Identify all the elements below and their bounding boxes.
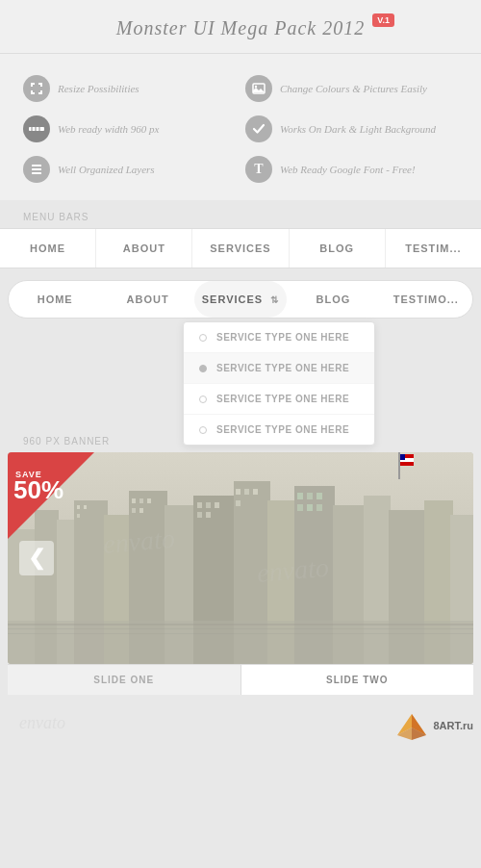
svg-rect-2: [29, 127, 44, 131]
svg-point-1: [255, 86, 257, 88]
dropdown-item[interactable]: SERVICE TYPE ONE HERE: [184, 322, 374, 353]
menu-item-2-services[interactable]: SERVICES ⇅ SERVICE TYPE ONE HERE SERVICE…: [194, 281, 287, 318]
flag-pole: [398, 452, 400, 479]
menu-bars-label: MENU BARS: [0, 200, 481, 228]
resize-icon: [23, 75, 50, 102]
menu-item-about[interactable]: ABOUT: [96, 229, 192, 268]
menu-bar-2-wrapper: HOME ABOUT SERVICES ⇅ SERVICE TYPE ONE H…: [0, 280, 481, 415]
dropdown-item[interactable]: SERVICE TYPE ONE HERE: [184, 353, 374, 384]
slide-thumb-1[interactable]: SLIDE ONE: [8, 665, 241, 695]
ruler-icon: [23, 115, 50, 142]
svg-rect-59: [398, 462, 414, 466]
check-icon: [245, 115, 272, 142]
svg-rect-52: [8, 628, 473, 629]
menu-item-2-testimonials[interactable]: TESTIMO...: [380, 281, 472, 318]
svg-rect-41: [244, 489, 249, 495]
menu-item-2-blog[interactable]: BLOG: [287, 281, 379, 318]
bottom-area: envato 8ART.ru: [0, 695, 481, 753]
svg-rect-45: [307, 493, 313, 499]
menu-item-2-about[interactable]: ABOUT: [101, 281, 193, 318]
svg-rect-44: [297, 493, 303, 499]
menu-bar-2: HOME ABOUT SERVICES ⇅ SERVICE TYPE ONE H…: [8, 280, 473, 319]
svg-rect-48: [307, 504, 313, 511]
svg-rect-47: [297, 504, 303, 511]
svg-text:envato: envato: [256, 552, 330, 588]
prev-arrow-button[interactable]: ❮: [19, 541, 54, 575]
slide-thumb-2[interactable]: SLIDE TWO: [241, 665, 474, 695]
menu-bar-1: HOME ABOUT SERVICES BLOG TESTIM...: [0, 228, 481, 268]
feature-item: Well Organized Layers: [23, 152, 236, 187]
dropdown-item[interactable]: SERVICE TYPE ONE HERE: [184, 415, 374, 445]
dropdown-dot-filled-icon: [199, 365, 207, 372]
layers-icon: [23, 156, 50, 183]
feature-item: Web ready width 960 px: [23, 112, 236, 146]
dropdown-dot-icon: [199, 334, 207, 342]
svg-rect-8: [32, 172, 41, 174]
svg-rect-43: [236, 500, 240, 506]
save-badge: SAVE 50%: [8, 452, 94, 539]
svg-rect-51: [8, 624, 473, 625]
svg-rect-30: [132, 498, 136, 503]
dropdown-menu: SERVICE TYPE ONE HERE SERVICE TYPE ONE H…: [183, 321, 375, 446]
menu-item-services[interactable]: SERVICES: [192, 229, 289, 268]
svg-rect-49: [316, 504, 322, 511]
menu-item-home[interactable]: HOME: [0, 229, 96, 268]
feature-text: Resize Possibilities: [58, 83, 139, 94]
feature-item: T Web Ready Google Font - Free!: [245, 152, 458, 187]
svg-rect-53: [8, 633, 473, 634]
menu-item-testimonials[interactable]: TESTIM...: [386, 229, 481, 268]
art-logo-bird-icon: [392, 706, 431, 745]
flag-icon: [398, 454, 414, 466]
feature-text: Well Organized Layers: [58, 164, 155, 175]
feature-text: Web Ready Google Font - Free!: [280, 164, 416, 175]
dropdown-item[interactable]: SERVICE TYPE ONE HERE: [184, 384, 374, 415]
feature-item: Resize Possibilities: [23, 71, 236, 106]
svg-rect-38: [197, 512, 202, 518]
feature-text: Change Colours & Pictures Easily: [280, 83, 427, 94]
dropdown-dot-icon: [199, 396, 207, 403]
dropdown-arrow-icon: ⇅: [270, 294, 279, 305]
menu-bars-section: HOME ABOUT SERVICES BLOG TESTIM... HOME …: [0, 228, 481, 424]
svg-rect-39: [206, 512, 211, 518]
menu-item-blog[interactable]: BLOG: [290, 229, 386, 268]
svg-rect-31: [139, 498, 143, 503]
svg-rect-40: [236, 489, 240, 495]
version-badge: V.1: [372, 13, 394, 27]
svg-rect-42: [253, 489, 258, 495]
svg-rect-6: [32, 165, 41, 166]
dropdown-dot-icon: [199, 426, 207, 434]
flag: [398, 452, 416, 479]
header: Monster UI Mega Pack 2012 V.1: [0, 0, 481, 54]
svg-rect-46: [316, 493, 322, 499]
svg-text:envato: envato: [102, 523, 176, 559]
page-title: Monster UI Mega Pack 2012: [116, 17, 365, 38]
feature-item: Change Colours & Pictures Easily: [245, 71, 458, 106]
svg-rect-36: [206, 502, 211, 508]
banner: envato envato SAVE 50% ❮: [8, 452, 473, 664]
menu-item-2-home[interactable]: HOME: [9, 281, 101, 318]
svg-rect-35: [197, 502, 202, 508]
features-grid: Resize Possibilities Change Colours & Pi…: [23, 71, 458, 187]
prev-arrow-icon: ❮: [28, 548, 45, 569]
feature-text: Web ready width 960 px: [58, 123, 160, 135]
slide-thumbnails: SLIDE ONE SLIDE TWO: [8, 664, 473, 695]
feature-item: Works On Dark & Light Background: [245, 112, 458, 146]
svg-rect-33: [132, 508, 136, 513]
svg-rect-50: [8, 621, 473, 664]
svg-rect-7: [32, 168, 41, 170]
feature-text: Works On Dark & Light Background: [280, 123, 436, 135]
svg-rect-37: [215, 502, 219, 508]
image-icon: [245, 75, 272, 102]
art-logo-text: 8ART.ru: [433, 720, 473, 731]
svg-rect-34: [139, 508, 143, 513]
art-logo: 8ART.ru: [392, 706, 473, 745]
save-percent: 50%: [13, 477, 63, 502]
svg-rect-32: [147, 498, 151, 503]
watermark-text: envato: [19, 713, 65, 733]
font-icon: T: [245, 156, 272, 183]
features-section: Resize Possibilities Change Colours & Pi…: [0, 54, 481, 200]
